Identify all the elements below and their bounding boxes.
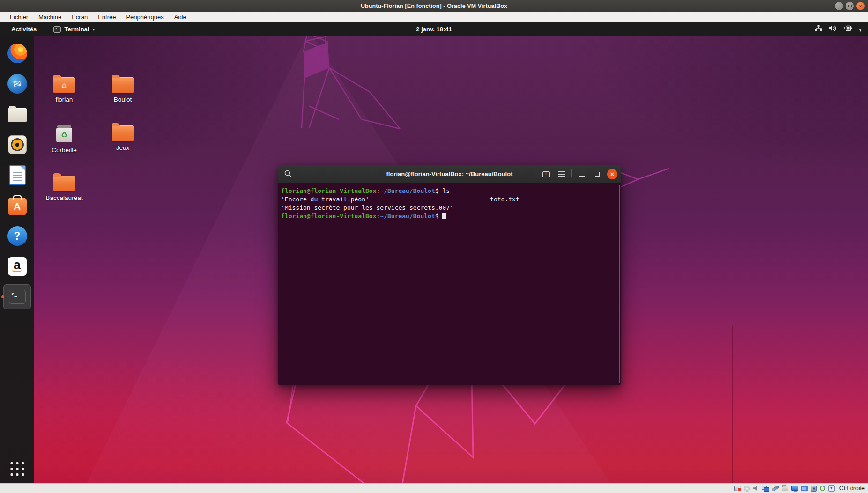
dock bbox=[0, 36, 34, 483]
firefox-icon bbox=[7, 44, 27, 63]
terminal-titlebar[interactable]: florian@florian-VirtualBox: ~/Bureau/Bou… bbox=[278, 165, 621, 183]
desktop-icon-corbeille[interactable]: ♻Corbeille bbox=[36, 125, 92, 154]
terminal-window: florian@florian-VirtualBox: ~/Bureau/Bou… bbox=[278, 165, 621, 385]
terminal-titlebar-buttons: ✕ bbox=[541, 165, 617, 183]
shared-folder-status-icon[interactable] bbox=[782, 486, 788, 491]
gnome-top-bar: Activités Terminal ▾ 2 janv. 18:41 ▾ bbox=[0, 22, 868, 36]
icon-label: Boulot bbox=[114, 96, 132, 103]
terminal-close-button[interactable]: ✕ bbox=[607, 169, 617, 179]
folder-icon bbox=[112, 125, 134, 141]
home-icon: ⌂ bbox=[53, 77, 75, 93]
files-icon bbox=[8, 108, 27, 122]
terminal-minimize-button[interactable] bbox=[576, 169, 587, 180]
network-icon[interactable] bbox=[815, 25, 823, 34]
terminal-maximize-button[interactable] bbox=[592, 169, 603, 180]
dock-item-files[interactable] bbox=[0, 104, 34, 125]
help-icon bbox=[7, 226, 27, 246]
vbox-menubar: FichierMachineÉcranEntréePériphériquesAi… bbox=[0, 12, 868, 22]
menu-item-entree[interactable]: Entrée bbox=[93, 12, 121, 22]
dock-item-ubuntu-software[interactable] bbox=[0, 195, 34, 216]
terminal-line: florian@florian-VirtualBox:~/Bureau/Boul… bbox=[281, 212, 621, 221]
terminal-line: 'Encore du travail.péon' toto.txt bbox=[281, 195, 621, 204]
trash-icon: ♻ bbox=[55, 125, 74, 144]
network-status-icon[interactable] bbox=[762, 486, 769, 492]
scrollbar-thumb[interactable] bbox=[619, 185, 620, 383]
new-tab-button[interactable] bbox=[541, 169, 552, 180]
activities-button[interactable]: Activités bbox=[11, 26, 37, 33]
icon-label: Jeux bbox=[116, 144, 130, 151]
titlebar-divider bbox=[571, 169, 572, 179]
terminal-scrollbar[interactable] bbox=[618, 185, 620, 383]
icon-label: Baccalauréat bbox=[46, 194, 83, 201]
system-tray[interactable]: ▾ bbox=[815, 22, 861, 36]
close-button[interactable]: ✕ bbox=[856, 2, 865, 10]
desktop-icon-florian[interactable]: ⌂florian bbox=[36, 77, 92, 103]
menu-item-fichier[interactable]: Fichier bbox=[5, 12, 33, 22]
maximize-button[interactable] bbox=[846, 2, 854, 10]
clock[interactable]: 2 janv. 18:41 bbox=[0, 26, 868, 33]
dock-item-rhythmbox[interactable] bbox=[0, 134, 34, 155]
volume-icon[interactable] bbox=[829, 25, 837, 34]
menu-item-machine[interactable]: Machine bbox=[33, 12, 67, 22]
menu-item-aide[interactable]: Aide bbox=[169, 12, 192, 22]
vbox-statusbar: Ctrl droite bbox=[0, 483, 868, 493]
vbox-window-title: Ubuntu-Florian [En fonction] - Oracle VM… bbox=[361, 3, 507, 9]
folder-icon bbox=[53, 176, 75, 191]
terminal-app-icon bbox=[53, 26, 61, 33]
rhythmbox-icon bbox=[8, 135, 27, 154]
terminal-output: florian@florian-VirtualBox:~/Bureau/Boul… bbox=[278, 183, 621, 385]
dock-item-help[interactable] bbox=[0, 226, 34, 246]
menu-item-peripheriques[interactable]: Périphériques bbox=[121, 12, 169, 22]
ubuntu-software-icon bbox=[8, 198, 27, 215]
menu-icon[interactable] bbox=[556, 169, 567, 180]
running-indicator-dot bbox=[1, 295, 4, 298]
show-applications-button[interactable] bbox=[10, 462, 24, 476]
desktop-surface[interactable]: ⌂florianBoulot♻CorbeilleJeuxBaccalauréat… bbox=[0, 36, 868, 483]
icon-label: florian bbox=[56, 96, 73, 103]
terminal-line: 'Mission secrète pour les services secre… bbox=[281, 204, 621, 212]
battery-icon[interactable] bbox=[843, 25, 853, 34]
shared-clipboard-status-icon[interactable] bbox=[819, 485, 826, 492]
desktop-icon-boulot[interactable]: Boulot bbox=[95, 77, 151, 103]
terminal-icon bbox=[9, 290, 26, 304]
menu-item-ecran[interactable]: Écran bbox=[67, 12, 93, 22]
icon-label: Corbeille bbox=[52, 147, 76, 154]
usb-status-icon[interactable] bbox=[772, 485, 779, 492]
vbox-titlebar: Ubuntu-Florian [En fonction] - Oracle VM… bbox=[0, 0, 868, 12]
dock-item-amazon[interactable] bbox=[0, 256, 34, 277]
recording-status-icon[interactable] bbox=[801, 486, 808, 491]
display-status-icon[interactable] bbox=[791, 486, 798, 491]
caret-down-icon[interactable]: ▾ bbox=[859, 25, 861, 34]
vbox-window-buttons: – ✕ bbox=[835, 2, 865, 10]
chevron-down-icon: ▾ bbox=[92, 27, 95, 32]
terminal-line: florian@florian-VirtualBox:~/Bureau/Boul… bbox=[281, 187, 621, 195]
virtualization-status-icon[interactable] bbox=[811, 486, 817, 492]
dock-item-firefox[interactable] bbox=[0, 43, 34, 64]
dock-item-thunderbird[interactable] bbox=[0, 74, 34, 94]
amazon-icon bbox=[8, 257, 27, 276]
host-key-label: Ctrl droite bbox=[839, 485, 865, 492]
folder-icon: ⌂ bbox=[53, 77, 75, 93]
dock-item-terminal[interactable] bbox=[0, 287, 34, 307]
libreoffice-writer-icon bbox=[9, 165, 26, 185]
audio-status-icon[interactable] bbox=[753, 486, 759, 491]
desktop-icon-jeux[interactable]: Jeux bbox=[95, 125, 151, 151]
dock-arrow-status-icon[interactable] bbox=[828, 485, 835, 492]
virtualbox-window: Ubuntu-Florian [En fonction] - Oracle VM… bbox=[0, 0, 868, 493]
terminal-cursor bbox=[442, 213, 446, 219]
folder-icon bbox=[112, 77, 134, 93]
dock-item-libreoffice-writer[interactable] bbox=[0, 165, 34, 185]
app-menu-label: Terminal bbox=[64, 26, 89, 33]
harddisk-status-icon[interactable] bbox=[734, 486, 741, 491]
optical-status-icon[interactable] bbox=[744, 486, 750, 492]
app-menu-terminal[interactable]: Terminal ▾ bbox=[53, 26, 95, 33]
desktop-icon-baccalaureat[interactable]: Baccalauréat bbox=[36, 176, 92, 201]
minimize-button[interactable]: – bbox=[835, 2, 843, 10]
thunderbird-icon bbox=[7, 74, 27, 94]
